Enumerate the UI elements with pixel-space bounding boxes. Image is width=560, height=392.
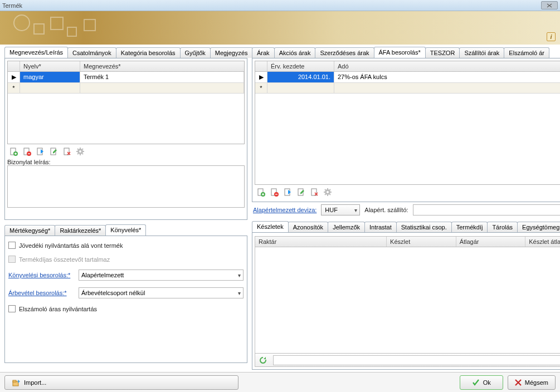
- tab-egysegtomeg[interactable]: Egységtömeg: [517, 222, 560, 232]
- tab-gyujtok[interactable]: Gyűjtők: [180, 47, 211, 58]
- gear-icon[interactable]: [75, 146, 85, 156]
- col-atlagar[interactable]: Átlagár: [456, 237, 526, 247]
- row-marker: *: [255, 83, 267, 93]
- cell-date[interactable]: 2014.01.01.: [267, 72, 334, 82]
- konyvelesi-value: Alapértelmezett: [81, 272, 124, 278]
- tab-megnevezes[interactable]: Megnevezés/Leírás: [4, 47, 68, 58]
- tab-akcios[interactable]: Akciós árak: [274, 47, 316, 58]
- elszamolo-label: Elszámoló áras nyilvántartás: [19, 306, 97, 312]
- tab-szallitoi[interactable]: Szállítói árak: [459, 47, 504, 58]
- tab-termekdij[interactable]: Termékdíj: [451, 222, 488, 232]
- table-row[interactable]: ▶ magyar Termék 1: [8, 72, 244, 83]
- tab-konyveles[interactable]: Könyvelés*: [105, 224, 146, 236]
- stock-grid-body[interactable]: [255, 247, 560, 354]
- col-erv-kezdete[interactable]: Érv. kezdete: [267, 61, 334, 71]
- delete-icon[interactable]: [22, 146, 32, 156]
- col-keszlet[interactable]: Készlet: [387, 237, 456, 247]
- ok-button[interactable]: Ok: [460, 375, 503, 390]
- tab-elszamoloar[interactable]: Elszámoló ár: [504, 47, 549, 58]
- jovedeki-checkbox[interactable]: [8, 242, 16, 249]
- delete-icon[interactable]: [269, 187, 279, 197]
- tab-csatolmanyok[interactable]: Csatolmányok: [67, 47, 116, 58]
- cell-lang[interactable]: [20, 83, 80, 93]
- cell-name[interactable]: Termék 1: [80, 72, 244, 82]
- svg-point-8: [79, 150, 81, 153]
- bizonylat-textarea[interactable]: [7, 165, 245, 208]
- tab-tarolas[interactable]: Tárolás: [487, 222, 518, 232]
- table-row[interactable]: *: [255, 83, 560, 94]
- elszamolo-checkbox[interactable]: [8, 305, 16, 312]
- x-icon: [515, 379, 522, 386]
- supplier-combo[interactable]: [413, 204, 560, 215]
- arbevetel-value: Árbevételcsoport nélkül: [81, 290, 145, 296]
- default-currency-link[interactable]: Alapértelmezett deviza:: [253, 207, 316, 213]
- stock-grid-header: Raktár Készlet Átlagár Készlet átlagár: [255, 236, 560, 247]
- cell-tax[interactable]: [334, 83, 560, 93]
- remove-icon[interactable]: [62, 146, 72, 156]
- close-button[interactable]: [541, 1, 558, 9]
- tab-mertekegyseg[interactable]: Mértékegység*: [4, 225, 55, 236]
- import-button[interactable]: Import...: [4, 375, 238, 390]
- tab-teszor[interactable]: TESZOR: [425, 47, 460, 58]
- cell-name[interactable]: [80, 83, 244, 93]
- export-icon[interactable]: [283, 187, 293, 197]
- check-icon: [472, 379, 480, 386]
- tab-megjegyzes[interactable]: Megjegyzés: [210, 47, 253, 58]
- cell-lang[interactable]: magyar: [20, 72, 80, 82]
- tab-raktarkezeles[interactable]: Raktárkezelés*: [55, 225, 106, 236]
- bizonylat-label: Bizonylat leírás:: [7, 159, 245, 165]
- tabs-right-bottom: Készletek Azonosítók Jellemzők Intrastat…: [252, 221, 560, 233]
- cancel-button[interactable]: Mégsem: [508, 375, 556, 390]
- tab-intrastat[interactable]: Intrastat: [364, 222, 397, 232]
- names-grid[interactable]: Nyelv* Megnevezés* ▶ magyar Termék 1 *: [7, 61, 245, 144]
- tabs-left-bottom: Mértékegység* Raktárkezelés* Könyvelés*: [4, 224, 247, 236]
- tabs-left-top: Megnevezés/Leírás Csatolmányok Kategória…: [4, 47, 247, 58]
- product-window: Termék i Megnevezés/Leírás Csatolmányok …: [0, 0, 560, 392]
- tab-arak[interactable]: Árak: [252, 47, 275, 58]
- row-marker: ▶: [255, 72, 267, 82]
- tab-jellemzok[interactable]: Jellemzők: [328, 222, 365, 232]
- cancel-label: Mégsem: [525, 379, 548, 386]
- refresh-field[interactable]: [273, 355, 560, 365]
- arbevetel-combo[interactable]: Árbevételcsoport nélkül: [79, 287, 244, 298]
- svg-rect-19: [13, 380, 16, 382]
- edit-icon[interactable]: [296, 187, 306, 197]
- svg-point-17: [327, 191, 329, 193]
- table-row[interactable]: *: [8, 83, 244, 94]
- refresh-icon[interactable]: [258, 355, 268, 365]
- info-icon[interactable]: i: [547, 32, 556, 41]
- col-keszlet-atlagar[interactable]: Készlet átlagár: [525, 237, 560, 247]
- ok-label: Ok: [483, 379, 491, 386]
- tab-statisztikai[interactable]: Statisztikai csop.: [396, 222, 452, 232]
- currency-combo[interactable]: HUF: [321, 204, 360, 215]
- export-icon[interactable]: [35, 146, 45, 156]
- konyvelesi-link[interactable]: Könyvelési besorolás:*: [8, 272, 75, 278]
- table-row[interactable]: ▶ 2014.01.01. 27%-os ÁFA kulcs: [255, 72, 560, 83]
- col-nyelv[interactable]: Nyelv*: [20, 61, 80, 71]
- tab-kategoria[interactable]: Kategória besorolás: [116, 47, 181, 58]
- titlebar: Termék: [0, 0, 560, 11]
- tab-keszletek[interactable]: Készletek: [252, 221, 289, 232]
- window-title: Termék: [2, 2, 541, 9]
- afa-toolbar: [255, 185, 560, 199]
- tab-afa[interactable]: ÁFA besorolás*: [374, 47, 426, 58]
- tabs-right-top: Árak Akciós árak Szerződéses árak ÁFA be…: [252, 47, 560, 58]
- gear-icon[interactable]: [323, 187, 333, 197]
- import-label: Import...: [24, 379, 46, 386]
- cell-tax[interactable]: 27%-os ÁFA kulcs: [334, 72, 560, 82]
- arbevetel-link[interactable]: Árbevétel besorolás:*: [8, 290, 75, 296]
- currency-value: HUF: [325, 207, 338, 213]
- tab-azonositok[interactable]: Azonosítók: [288, 222, 328, 232]
- konyvelesi-combo[interactable]: Alapértelmezett: [79, 270, 244, 281]
- col-raktar[interactable]: Raktár: [255, 237, 387, 247]
- col-ado[interactable]: Adó: [334, 61, 560, 71]
- tab-szerzodeses[interactable]: Szerződéses árak: [315, 47, 374, 58]
- termekdijas-checkbox: [8, 256, 16, 263]
- edit-icon[interactable]: [48, 146, 59, 156]
- add-icon[interactable]: [256, 187, 266, 197]
- add-icon[interactable]: [8, 146, 18, 156]
- cell-date[interactable]: [267, 83, 334, 93]
- afa-grid[interactable]: Érv. kezdete Adó ▶ 2014.01.01. 27%-os ÁF…: [255, 61, 560, 185]
- remove-icon[interactable]: [309, 187, 319, 197]
- col-megnevezes[interactable]: Megnevezés*: [80, 61, 244, 71]
